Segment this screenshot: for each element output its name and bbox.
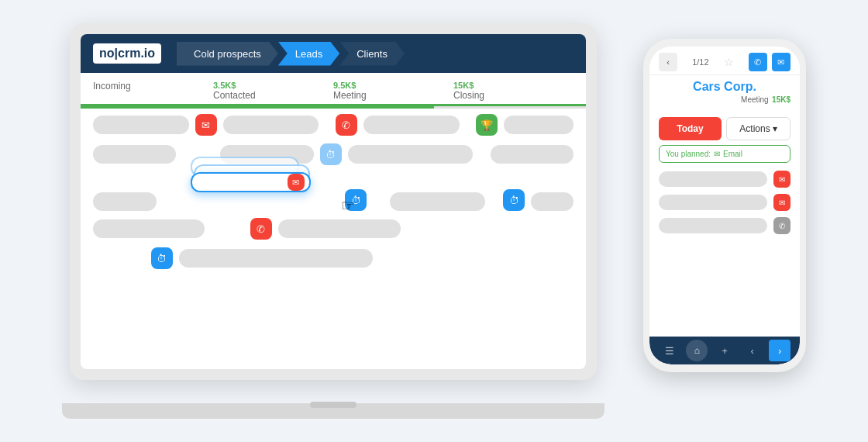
phone-list-icon[interactable]: ✆ (773, 217, 790, 234)
planned-banner: You planned: ✉ Email (659, 145, 790, 163)
actions-button[interactable]: Actions ▾ (726, 117, 790, 140)
company-name: Cars Corp. (659, 80, 790, 94)
phone-action-icons: ✆ ✉ (749, 53, 790, 71)
chevron-down-icon: ▾ (773, 123, 777, 134)
col-closing-label: Closing (453, 90, 574, 101)
tab-clients[interactable]: Clients (339, 42, 405, 66)
drag-group: ✉ (191, 172, 322, 211)
screen-header: no|crm.io Cold prospects Leads Clients (81, 34, 586, 73)
email-mini-icon: ✉ (714, 150, 720, 158)
trophy-action-icon[interactable]: 🏆 (476, 114, 498, 136)
lead-card[interactable] (93, 116, 189, 134)
phone-lead-bar[interactable] (659, 195, 767, 210)
phone-pagination: 1/12 (692, 57, 708, 67)
planned-label: You planned: (666, 150, 711, 158)
pipeline: Incoming 3.5K$ Contacted 9.5K$ Meeting 1… (81, 73, 586, 369)
col-contacted-label: Contacted (213, 90, 333, 101)
col-meeting: 9.5K$ Meeting (333, 81, 453, 101)
phone-add-icon[interactable]: + (714, 340, 735, 361)
lead-card[interactable] (278, 219, 401, 238)
col-closing-amount: 15K$ (453, 81, 574, 90)
clock-action-icon[interactable]: ⏱ (320, 143, 342, 165)
laptop-screen: no|crm.io Cold prospects Leads Clients I… (81, 34, 586, 369)
phone-call-icon[interactable]: ✆ (749, 53, 767, 71)
logo: no|crm.io (93, 43, 161, 64)
col-closing: 15K$ Closing (453, 81, 574, 101)
email-list-icon-2[interactable]: ✉ (773, 194, 790, 211)
lead-card[interactable] (93, 145, 176, 164)
lead-card[interactable] (504, 116, 574, 134)
phone-action-icon[interactable]: ✆ (336, 114, 357, 136)
lead-card[interactable] (531, 192, 574, 211)
email-drag-icon: ✉ (288, 174, 305, 191)
col-meeting-label: Meeting (333, 90, 453, 101)
col-contacted: 3.5K$ Contacted (213, 81, 333, 101)
laptop-device: no|crm.io Cold prospects Leads Clients I… (70, 23, 597, 419)
planned-type: Email (723, 150, 742, 158)
lead-card[interactable] (363, 116, 460, 134)
lead-card[interactable] (390, 192, 485, 211)
pipeline-header: Incoming 3.5K$ Contacted 9.5K$ Meeting 1… (81, 73, 586, 106)
phone-top-bar: ‹ 1/12 ☆ ✆ ✉ (649, 47, 800, 75)
pipeline-rows: ✉ ✆ 🏆 (81, 109, 586, 369)
lead-card[interactable] (223, 116, 319, 134)
clock-row5-icon[interactable]: ⏱ (151, 247, 173, 269)
list-item: ✆ (659, 217, 790, 234)
lead-card[interactable] (93, 219, 205, 238)
clock-row3-icon[interactable]: ⏱ (345, 189, 367, 211)
tab-cold-prospects[interactable]: Cold prospects (177, 42, 278, 66)
logo-area: no|crm.io (93, 43, 161, 64)
email-action-icon[interactable]: ✉ (195, 114, 217, 136)
phone-home-icon[interactable]: ⌂ (686, 340, 708, 361)
laptop-notch (310, 402, 356, 408)
drag-card-front[interactable]: ✉ (191, 172, 311, 192)
scene: no|crm.io Cold prospects Leads Clients I… (46, 16, 822, 426)
actions-label: Actions (739, 123, 770, 134)
col-contacted-amount: 3.5K$ (213, 81, 333, 90)
tab-leads[interactable]: Leads (278, 42, 339, 66)
phone-star-icon[interactable]: ☆ (724, 56, 734, 68)
lead-card[interactable] (348, 145, 473, 164)
table-row: ✆ (93, 217, 574, 240)
col-incoming-label: Incoming (93, 81, 213, 92)
phone-screen: ‹ 1/12 ☆ ✆ ✉ Cars Corp. Meeting 15K$ T (649, 47, 800, 364)
lead-card[interactable] (491, 145, 574, 164)
col-incoming: Incoming (93, 81, 213, 101)
laptop-base (62, 403, 604, 419)
lead-card[interactable] (93, 192, 157, 211)
phone-next-icon[interactable]: › (769, 340, 790, 361)
today-button[interactable]: Today (659, 117, 722, 140)
phone-prev-icon[interactable]: ‹ (742, 340, 763, 361)
phone-device: ‹ 1/12 ☆ ✆ ✉ Cars Corp. Meeting 15K$ T (643, 39, 806, 372)
nav-tabs: Cold prospects Leads Clients (177, 42, 405, 66)
lead-card[interactable] (179, 249, 374, 268)
phone-lead-bar[interactable] (659, 171, 767, 187)
phone-status-row: Meeting 15K$ (649, 95, 800, 112)
list-item: ✉ (659, 171, 790, 188)
clock-row3b-icon[interactable]: ⏱ (503, 189, 525, 211)
email-list-icon[interactable]: ✉ (773, 171, 790, 188)
phone-status-badge: Meeting (741, 95, 769, 109)
phone-bottom-nav: ☰ ⌂ + ‹ › (649, 337, 800, 364)
list-item: ✉ (659, 194, 790, 211)
phone-row4-icon[interactable]: ✆ (250, 218, 272, 240)
phone-amount-badge: 15K$ (772, 95, 790, 109)
phone-lead-bar[interactable] (659, 218, 767, 233)
phone-leads-list: ✉ ✉ ✆ (649, 167, 800, 337)
phone-action-row: Today Actions ▾ (649, 112, 800, 145)
table-row: ✉ ⏱ ⏱ ☞ (93, 172, 574, 211)
phone-back-button[interactable]: ‹ (659, 53, 677, 71)
laptop-body: no|crm.io Cold prospects Leads Clients I… (70, 23, 597, 380)
phone-company: Cars Corp. (649, 75, 800, 95)
table-row: ✉ ✆ 🏆 (93, 113, 574, 136)
table-row: ⏱ (93, 247, 574, 270)
table-row: ⏱ (93, 143, 574, 166)
phone-email-icon[interactable]: ✉ (772, 53, 790, 71)
phone-menu-icon[interactable]: ☰ (659, 340, 680, 361)
col-meeting-amount: 9.5K$ (333, 81, 453, 90)
